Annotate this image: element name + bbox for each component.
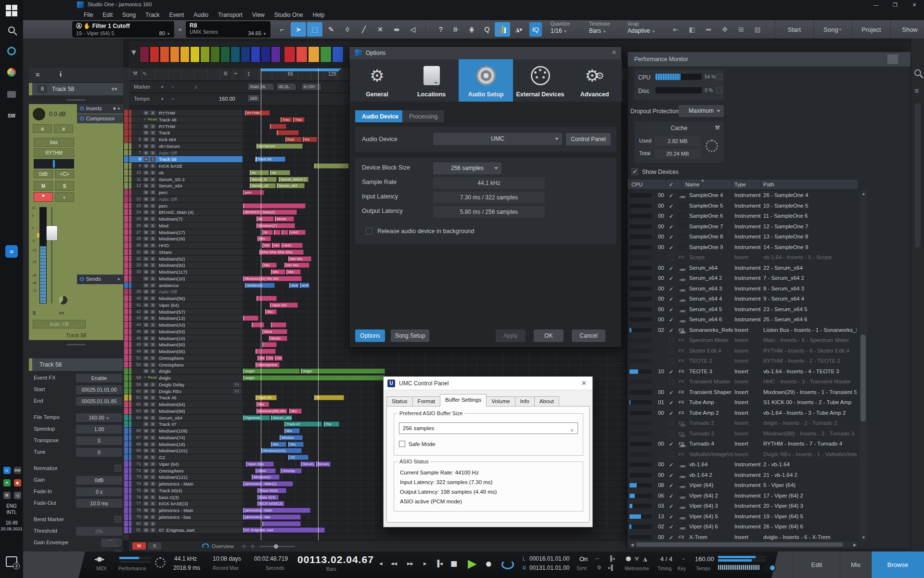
marker-chip[interactable]: 40.2L [276, 83, 296, 91]
track-header[interactable]: 28MSMixdown(29) [129, 236, 243, 242]
monitor-button[interactable]: ◐ [55, 192, 74, 202]
track-mute[interactable]: M [143, 369, 149, 373]
track-mute[interactable]: M [143, 336, 149, 341]
track-mute[interactable]: M [143, 363, 149, 367]
bend-tool[interactable]: ⇹ [389, 22, 404, 37]
track-mute[interactable]: M [143, 455, 149, 460]
track-mute[interactable]: M [143, 270, 149, 274]
next-bar-button[interactable]: ▸ [424, 560, 427, 567]
param-value[interactable]: 0dB [76, 476, 122, 485]
tray-icon-green[interactable]: ✦ [2, 476, 12, 489]
track-mute[interactable]: M [143, 111, 149, 115]
view-button-browse[interactable]: Browse [871, 552, 924, 578]
track-mute[interactable]: M [143, 402, 149, 407]
track-solo[interactable]: S [150, 482, 155, 486]
enable-button[interactable]: Enable [76, 374, 122, 382]
device-row[interactable]: FXScopeInsertvb-1.64 - Inserts - 5 - Sco… [628, 252, 858, 263]
track-header[interactable]: 68MSMixdown(18) [129, 441, 243, 447]
track-return-icon[interactable]: ◧ [684, 22, 700, 37]
track-header[interactable]: 25MSMixdown(7) [129, 216, 243, 222]
palette-color[interactable] [170, 46, 180, 63]
divider[interactable] [29, 341, 123, 348]
param-value[interactable]: 00025.01.01.00 [76, 385, 122, 394]
search-icon[interactable] [914, 69, 921, 76]
paint-tool[interactable]: ✎ [323, 22, 339, 37]
track-mute[interactable]: M [143, 469, 149, 473]
control-panel-button[interactable]: Control Panel [566, 133, 611, 145]
menu-view[interactable]: View [248, 11, 269, 19]
device-checkbox[interactable]: ✓ [669, 472, 674, 479]
track-mute[interactable]: M [143, 475, 149, 479]
device-checkbox[interactable]: ✓ [669, 275, 674, 282]
safe-mode-checkbox[interactable] [399, 441, 405, 447]
device-row[interactable]: FXTransient MasterInsertHHC - Inserts - … [628, 377, 858, 387]
track-solo[interactable]: S [150, 462, 155, 466]
metronome-setup-icon[interactable]: ⚒ [634, 556, 639, 562]
device-row[interactable]: 08✓Viper (64)Instrument5 - Viper (64) [628, 480, 858, 491]
param-box-1[interactable]: Ⓐ ✋ Filter 1 Cutoff19 - Viper (64) 580 ▼ [72, 21, 174, 38]
arranger-icon[interactable]: ◮▾ [511, 22, 526, 37]
device-checkbox[interactable]: ✓ [669, 234, 674, 240]
param-value[interactable]: 0 s [76, 487, 122, 496]
palette-color[interactable] [160, 46, 169, 63]
audio-clip[interactable]: RYTHM [245, 110, 270, 116]
track-solo[interactable]: S [150, 164, 155, 168]
song-setup-button[interactable]: Song Setup [391, 329, 429, 342]
track-header[interactable]: 5MSKick x64 [129, 136, 243, 143]
track-solo[interactable]: S [150, 342, 155, 347]
track-header[interactable]: 49MSMixdown(65) [129, 348, 243, 355]
page-button-start[interactable]: Start [775, 20, 813, 39]
sends-header[interactable]: ⏻Sends+ [77, 275, 123, 284]
track-solo[interactable]: S [150, 157, 155, 161]
scrollbar-thumb[interactable] [915, 103, 921, 248]
track-mute[interactable]: M [143, 416, 149, 420]
device-row[interactable]: 00✓FXX-TremInsertdviglo - Inserts - 6 - … [628, 532, 858, 543]
track-mute[interactable]: M [143, 151, 149, 155]
device-row[interactable]: 00✓Serum_x64Instrument22 - Serum_x64 [628, 263, 858, 274]
audio-clip[interactable]: Omnisphere [256, 362, 280, 368]
dialog-titlebar[interactable]: Options ✕ [349, 47, 621, 59]
umc-tab-volume[interactable]: Volume [486, 396, 515, 407]
track-header[interactable]: 51MSOmnisphere [129, 355, 243, 361]
track-solo[interactable]: S [150, 429, 155, 433]
dropout-protection-select[interactable]: Maximum [679, 105, 724, 117]
audio-clip[interactable]: HH [272, 243, 281, 248]
language-intl[interactable]: INTL [0, 510, 23, 515]
bracket-tool[interactable]: ⌐ [274, 22, 290, 37]
audio-clip[interactable]: Mixdow [280, 435, 303, 440]
audio-clip[interactable] [252, 322, 264, 328]
track-solo[interactable]: S [150, 329, 155, 334]
audio-clip[interactable]: Track 58 [256, 157, 285, 162]
track-solo[interactable]: S [150, 515, 155, 519]
setting-dropdown[interactable]: 256 samples [433, 162, 501, 174]
audio-clip[interactable]: Mix [262, 263, 277, 268]
track-solo[interactable]: S [150, 197, 155, 201]
options-button[interactable]: Options [355, 329, 385, 342]
gain-value[interactable]: 0.0 dB [49, 111, 66, 118]
play-button[interactable]: ▶ [468, 557, 476, 570]
loop-range[interactable] [261, 68, 337, 71]
fader-track[interactable] [51, 207, 52, 303]
track-solo[interactable]: S [150, 389, 155, 394]
palette-color[interactable] [231, 46, 240, 63]
device-row[interactable]: 00✓Serum_x64 4Instrument9 - Serum_x64 4 [628, 294, 858, 304]
device-row[interactable]: 10✓FXTEOTE 3Insertvb-1.64 - Inserts - 4 … [628, 367, 858, 377]
audio-clip[interactable]: Viper (64 [270, 302, 298, 308]
cpu-peak-box[interactable] [716, 74, 722, 80]
tempo-value[interactable]: 160.00 [219, 96, 235, 102]
volume-readout[interactable]: 0dB [34, 170, 53, 178]
track-mute[interactable]: M [143, 342, 149, 347]
zoom-in-icon[interactable]: ⊹ [250, 543, 255, 550]
track-mute[interactable]: M [143, 495, 149, 499]
device-checkbox[interactable] [669, 255, 674, 260]
device-checkbox[interactable]: ✓ [669, 286, 674, 292]
metronome-dot-icon[interactable]: ⬤ [626, 556, 631, 561]
track-mute[interactable]: M [143, 435, 149, 440]
device-checkbox[interactable]: ✓ [669, 316, 674, 323]
audio-clip[interactable]: Serum_x6 [250, 183, 276, 188]
studio-one-taskbar-icon[interactable]: ≈ [5, 245, 18, 258]
track-header[interactable]: 30MSHHO [129, 242, 243, 249]
zoom-q-icon[interactable]: Q [479, 22, 495, 37]
track-header[interactable]: 10MSvb [129, 170, 243, 176]
audio-clip[interactable]: Viper (64) [246, 461, 274, 467]
